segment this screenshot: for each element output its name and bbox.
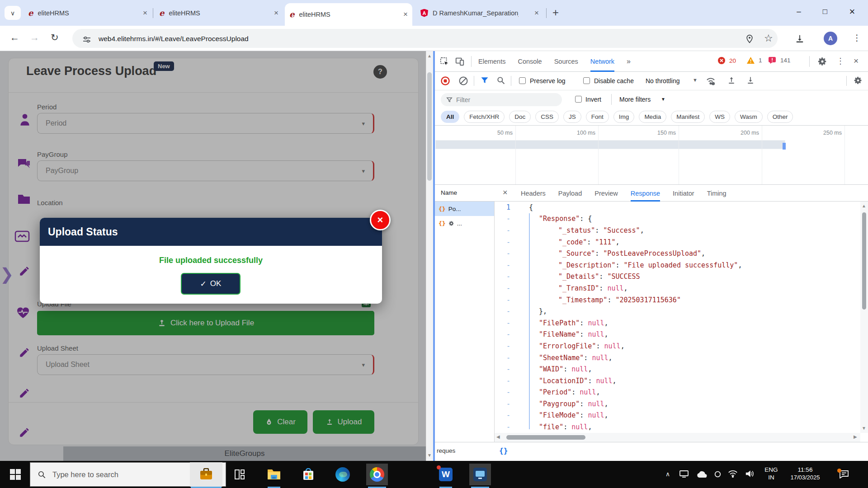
- more-tabs-icon[interactable]: »: [627, 51, 631, 72]
- new-tab-button[interactable]: +: [552, 6, 559, 19]
- device-toolbar-icon[interactable]: [455, 56, 465, 66]
- disable-cache-checkbox[interactable]: [583, 77, 590, 84]
- issues-badge[interactable]: 141: [769, 57, 791, 64]
- browser-menu-icon[interactable]: ⋮: [853, 33, 861, 43]
- error-badge[interactable]: 20: [718, 57, 736, 64]
- chip-other[interactable]: Other: [767, 111, 793, 123]
- record-network-log-icon[interactable]: [440, 76, 450, 86]
- close-detail-icon[interactable]: ×: [503, 188, 508, 197]
- chip-wasm[interactable]: Wasm: [735, 111, 763, 123]
- tab-search-button[interactable]: ∨: [5, 6, 21, 20]
- edge-button[interactable]: [332, 464, 354, 485]
- scroll-right-arrow-icon[interactable]: ▶: [854, 434, 857, 439]
- site-info-icon[interactable]: [82, 35, 91, 44]
- request-row-selected[interactable]: {} Po...: [435, 202, 494, 216]
- chip-fetchxhr[interactable]: Fetch/XHR: [464, 111, 505, 123]
- format-json-button[interactable]: {}: [499, 446, 508, 455]
- modal-close-button[interactable]: ×: [370, 210, 391, 230]
- forward-button[interactable]: →: [30, 32, 39, 43]
- action-center-button[interactable]: [839, 470, 849, 479]
- tab-network[interactable]: Network: [590, 51, 614, 72]
- network-conditions-icon[interactable]: [705, 75, 716, 86]
- response-code-viewer[interactable]: 1{-"Response": {-"_status": "Success",-"…: [494, 202, 860, 433]
- modal-ok-button[interactable]: ✓ OK: [181, 273, 241, 295]
- location-pin-icon[interactable]: [745, 34, 754, 43]
- disable-cache-label[interactable]: Disable cache: [594, 77, 634, 84]
- bookmark-star-icon[interactable]: ☆: [764, 33, 773, 44]
- preserve-log-label[interactable]: Preserve log: [530, 77, 566, 84]
- timeline-overview-band[interactable]: [435, 140, 785, 149]
- onedrive-cloud-icon[interactable]: [696, 471, 707, 478]
- devtools-menu-icon[interactable]: ⋮: [836, 56, 844, 66]
- chrome-button-active[interactable]: [366, 464, 388, 485]
- scroll-up-arrow-icon[interactable]: ▲: [427, 53, 432, 58]
- tab-timing[interactable]: Timing: [707, 185, 726, 202]
- reload-button[interactable]: ↻: [51, 32, 59, 43]
- chip-all[interactable]: All: [441, 111, 459, 123]
- profile-avatar[interactable]: A: [824, 32, 837, 45]
- url-text[interactable]: web4.elitehrms.in/#/Leave/LeaveProcessUp…: [99, 35, 249, 43]
- browser-tab-1[interactable]: e eliteHRMS ×: [24, 0, 152, 26]
- task-view-button[interactable]: [229, 464, 250, 485]
- more-filters-dropdown[interactable]: More filters: [619, 96, 651, 103]
- microsoft-store-button[interactable]: [297, 464, 319, 485]
- chevron-down-icon[interactable]: ▼: [693, 77, 698, 83]
- clear-network-log-icon[interactable]: [458, 76, 468, 86]
- search-icon[interactable]: [496, 76, 505, 85]
- tab-sources[interactable]: Sources: [554, 51, 578, 72]
- snip-app-button[interactable]: [469, 464, 491, 485]
- network-settings-gear-icon[interactable]: [854, 76, 863, 85]
- preserve-log-checkbox[interactable]: [519, 77, 526, 84]
- chevron-down-icon[interactable]: ▼: [661, 97, 665, 102]
- window-maximize-button[interactable]: □: [815, 4, 835, 20]
- language-indicator[interactable]: ENG IN: [762, 466, 780, 481]
- tab-close-icon[interactable]: ×: [398, 10, 408, 19]
- invert-checkbox[interactable]: [575, 96, 582, 103]
- tab-close-icon[interactable]: ×: [137, 9, 147, 18]
- tab-close-icon[interactable]: ×: [529, 9, 539, 18]
- word-button[interactable]: W: [435, 464, 457, 485]
- chip-css[interactable]: CSS: [535, 111, 559, 123]
- taskbar-briefcase-app[interactable]: [190, 462, 222, 487]
- tab-response[interactable]: Response: [631, 185, 660, 202]
- chip-font[interactable]: Font: [586, 111, 609, 123]
- tray-status-icon[interactable]: [714, 471, 721, 478]
- file-explorer-button[interactable]: [263, 464, 285, 485]
- clock[interactable]: 11:56 17/03/2025: [784, 466, 826, 481]
- download-icon[interactable]: [795, 34, 805, 44]
- window-close-button[interactable]: ×: [842, 4, 863, 20]
- volume-icon[interactable]: [745, 470, 754, 478]
- chip-js[interactable]: JS: [563, 111, 581, 123]
- scroll-left-arrow-icon[interactable]: ◀: [496, 434, 500, 439]
- filter-funnel-icon[interactable]: [480, 76, 489, 85]
- inspect-element-icon[interactable]: [439, 56, 449, 66]
- tab-headers[interactable]: Headers: [521, 185, 546, 202]
- tab-initiator[interactable]: Initiator: [673, 185, 694, 202]
- network-filter-input[interactable]: Filter: [441, 93, 562, 106]
- chip-img[interactable]: Img: [613, 111, 635, 123]
- browser-tab-4[interactable]: A D RameshKumar_Separation_20 ×: [416, 0, 543, 26]
- devtools-resize-divider[interactable]: [433, 51, 435, 461]
- throttling-select[interactable]: No throttling: [646, 77, 679, 84]
- chip-media[interactable]: Media: [639, 111, 666, 123]
- tab-elements[interactable]: Elements: [478, 51, 505, 72]
- warning-badge[interactable]: 1: [747, 57, 762, 64]
- window-minimize-button[interactable]: –: [788, 4, 809, 20]
- code-hscrollbar-thumb[interactable]: [506, 435, 585, 440]
- name-column-header[interactable]: Name: [441, 189, 457, 196]
- scroll-down-arrow-icon[interactable]: ▼: [427, 453, 432, 458]
- chip-manifest[interactable]: Manifest: [671, 111, 705, 123]
- scroll-up-arrow-icon[interactable]: ▲: [862, 203, 866, 208]
- back-button[interactable]: ←: [10, 32, 19, 43]
- settings-gear-icon[interactable]: [817, 56, 827, 66]
- export-har-icon[interactable]: [746, 76, 755, 85]
- tray-expand-chevron-icon[interactable]: ∧: [665, 470, 670, 478]
- chip-ws[interactable]: WS: [709, 111, 730, 123]
- wifi-icon[interactable]: [728, 470, 738, 478]
- scroll-down-arrow-icon[interactable]: ▼: [862, 426, 866, 431]
- app-scrollbar-thumb[interactable]: [427, 72, 432, 181]
- code-scrollbar-thumb[interactable]: [862, 212, 866, 310]
- tab-close-icon[interactable]: ×: [269, 9, 278, 18]
- devtools-close-icon[interactable]: ×: [854, 56, 859, 66]
- firefox-button[interactable]: [401, 464, 422, 485]
